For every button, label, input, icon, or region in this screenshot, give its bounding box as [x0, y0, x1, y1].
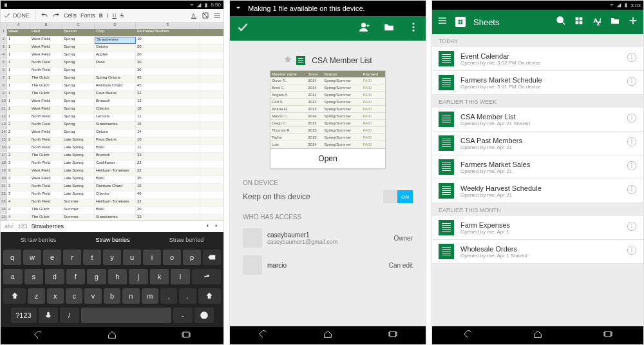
- grid-row[interactable]: 183North FieldLate SpringCauliflower23: [1, 161, 223, 168]
- header-cell[interactable]: Season: [62, 29, 95, 36]
- grid-cell[interactable]: Spring: [62, 114, 95, 121]
- user-row[interactable]: caseybaumer1caseybaumer1@gmail.com Owner: [243, 224, 413, 251]
- grid-cell[interactable]: Heirloom Tomatoes: [95, 168, 136, 175]
- grid-cell[interactable]: Broccoli: [95, 99, 136, 106]
- key-bksp[interactable]: [203, 250, 221, 265]
- grid-cell[interactable]: Strawberries: [95, 215, 136, 221]
- info-icon[interactable]: [627, 113, 637, 126]
- grid-row[interactable]: 121North FieldSpringLemons11: [1, 114, 223, 122]
- key-u[interactable]: u: [123, 250, 141, 265]
- grid-cell[interactable]: Basil: [95, 176, 136, 183]
- undo-icon[interactable]: [41, 12, 48, 19]
- key--[interactable]: -: [173, 308, 193, 323]
- grid-cell[interactable]: 1: [7, 37, 30, 44]
- key-.[interactable]: .: [179, 288, 196, 304]
- star-icon[interactable]: [283, 55, 292, 66]
- key-g[interactable]: g: [87, 269, 106, 284]
- grid-cell[interactable]: 1: [7, 52, 30, 59]
- grid-cell[interactable]: Late Spring: [62, 161, 95, 168]
- grid-cell[interactable]: The Gulch: [30, 153, 62, 160]
- back-button[interactable]: [460, 329, 475, 342]
- key-n[interactable]: n: [122, 288, 139, 304]
- grid-cell[interactable]: West Field: [30, 44, 62, 52]
- grid-view-icon[interactable]: [574, 15, 584, 28]
- grid-cell[interactable]: Spring: [62, 99, 95, 106]
- grid-row[interactable]: 41West FieldSpringApples20: [1, 52, 223, 60]
- grid-row[interactable]: 132North FieldSpringStrawberries15: [1, 122, 223, 130]
- grid-cell[interactable]: North Field: [30, 199, 62, 206]
- overflow-icon[interactable]: [408, 21, 419, 35]
- grid-cell[interactable]: 2: [7, 130, 30, 137]
- grid-row[interactable]: 244The GulchSummerBasil20: [1, 207, 223, 215]
- header-cell[interactable]: Estimated Bushels: [136, 29, 200, 36]
- grid-cell[interactable]: Late Spring: [62, 137, 95, 144]
- hamburger-icon[interactable]: [437, 15, 448, 28]
- num-mode[interactable]: 123: [18, 223, 28, 230]
- grid-cell[interactable]: Rainbow Chard: [95, 83, 136, 90]
- key-t[interactable]: t: [83, 250, 101, 265]
- menu-icon[interactable]: [213, 12, 221, 19]
- grid-cell[interactable]: Spring: [62, 106, 95, 113]
- grid-cell[interactable]: Rainbow Chard: [95, 184, 136, 191]
- grid-cell[interactable]: Late Spring: [62, 168, 95, 175]
- grid-cell[interactable]: Spring: [62, 44, 95, 52]
- grid-row[interactable]: 193West FieldLate SpringHeirloom Tomatoe…: [1, 168, 223, 176]
- grid-cell[interactable]: West Field: [30, 130, 62, 137]
- grid-row[interactable]: 111West FieldSpringCilantro18: [1, 106, 223, 114]
- grid-cell[interactable]: 33: [136, 153, 200, 160]
- info-icon[interactable]: [627, 137, 637, 150]
- grid-cell[interactable]: Onions: [95, 44, 136, 52]
- info-icon[interactable]: [627, 76, 637, 89]
- spreadsheet-grid[interactable]: ABCDE1WeekFieldSeasonCropEstimated Bushe…: [1, 23, 223, 221]
- key-y[interactable]: y: [103, 250, 121, 265]
- grid-cell[interactable]: 3: [7, 176, 30, 183]
- grid-cell[interactable]: Spring: [62, 130, 95, 137]
- grid-cell[interactable]: 18: [136, 106, 200, 113]
- grid-cell[interactable]: 20: [136, 207, 200, 214]
- grid-cell[interactable]: 20: [136, 52, 200, 59]
- grid-cell[interactable]: Spring: [62, 91, 95, 98]
- grid-cell[interactable]: 1: [7, 114, 30, 121]
- grid-row[interactable]: 203West FieldLate SpringBasil35: [1, 176, 223, 184]
- grid-cell[interactable]: 45: [136, 75, 200, 83]
- open-button[interactable]: Open: [270, 148, 385, 168]
- key-shift[interactable]: [198, 288, 221, 304]
- grid-cell[interactable]: The Gulch: [30, 83, 62, 90]
- abc-mode[interactable]: abc: [5, 223, 14, 230]
- key-b[interactable]: b: [104, 288, 120, 304]
- key-space[interactable]: [81, 308, 171, 323]
- grid-cell[interactable]: Strawberries: [95, 122, 136, 129]
- grid-cell[interactable]: 15: [136, 122, 200, 129]
- strike-button[interactable]: S: [120, 12, 124, 19]
- done-check-icon[interactable]: [236, 21, 249, 36]
- info-icon[interactable]: [627, 221, 637, 234]
- next-cell-icon[interactable]: [213, 222, 220, 230]
- user-row[interactable]: marcio Can edit: [243, 251, 413, 279]
- grid-cell[interactable]: 1: [7, 99, 30, 106]
- grid-cell[interactable]: 11: [136, 145, 200, 152]
- key-f[interactable]: f: [66, 269, 86, 284]
- new-icon[interactable]: [628, 15, 638, 28]
- key-k[interactable]: k: [150, 269, 169, 284]
- grid-cell[interactable]: Summer: [62, 215, 95, 221]
- grid-cell[interactable]: Spring: [62, 37, 95, 44]
- document-list[interactable]: TODAY Event CalendarOpened by me: 3:02 P…: [432, 34, 643, 326]
- grid-cell[interactable]: 2: [7, 145, 30, 152]
- key-,[interactable]: ,: [160, 288, 177, 304]
- grid-cell[interactable]: 32: [136, 91, 200, 98]
- grid-cell[interactable]: 2: [7, 153, 30, 160]
- grid-row[interactable]: 142West FieldSpringOnions14: [1, 130, 223, 137]
- grid-row[interactable]: 91The GulchSpringFava Beans32: [1, 91, 223, 99]
- recent-button[interactable]: [179, 330, 193, 342]
- grid-cell[interactable]: 14: [136, 130, 200, 137]
- info-icon[interactable]: [627, 245, 637, 258]
- home-button[interactable]: [531, 329, 545, 342]
- grid-cell[interactable]: Summer: [62, 199, 95, 206]
- grid-cell[interactable]: 45: [136, 83, 200, 90]
- grid-cell[interactable]: 1: [7, 44, 30, 52]
- text-color-icon[interactable]: [190, 12, 198, 19]
- key-d[interactable]: d: [45, 269, 64, 284]
- suggestion[interactable]: Straw berries: [89, 235, 136, 244]
- grid-cell[interactable]: Basil: [95, 145, 136, 152]
- grid-cell[interactable]: North Field: [30, 184, 62, 191]
